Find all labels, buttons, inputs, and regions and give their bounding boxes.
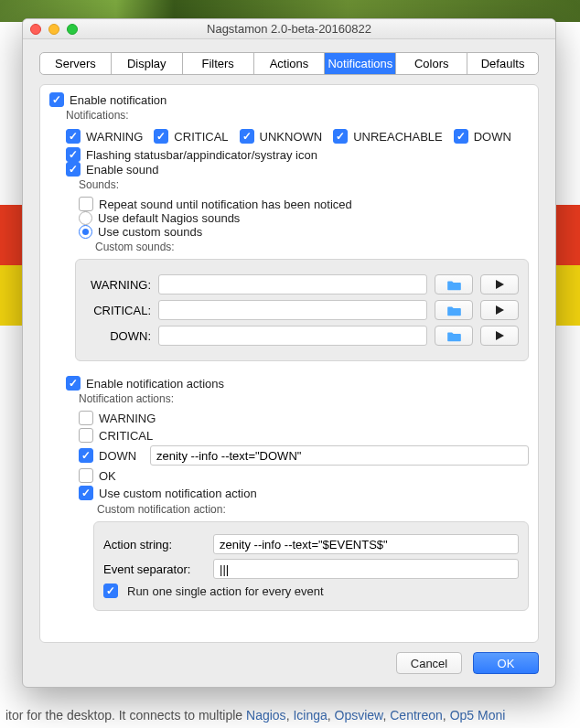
notifications-sublabel: Notifications: (66, 109, 529, 122)
custom-sounds-radio[interactable] (79, 225, 92, 239)
sound-down-play-button[interactable] (480, 326, 519, 346)
sound-critical-browse-button[interactable] (435, 300, 473, 320)
preferences-window: Nagstamon 2.0-beta-20160822 Servers Disp… (22, 18, 556, 688)
background-description: itor for the desktop. It connects to mul… (0, 708, 580, 723)
tab-servers[interactable]: Servers (40, 53, 112, 74)
play-icon (496, 305, 504, 315)
folder-icon (446, 330, 462, 342)
folder-icon (446, 279, 462, 291)
action-down-command-input[interactable] (150, 445, 529, 466)
titlebar: Nagstamon 2.0-beta-20160822 (23, 19, 555, 39)
cancel-button[interactable]: Cancel (396, 652, 462, 674)
tab-colors[interactable]: Colors (396, 53, 467, 74)
minimize-icon[interactable] (48, 24, 59, 35)
action-down-checkbox[interactable] (79, 448, 93, 463)
tab-actions[interactable]: Actions (254, 53, 326, 74)
sound-warning-play-button[interactable] (480, 274, 519, 294)
sound-critical-play-button[interactable] (480, 300, 519, 320)
action-ok-checkbox[interactable] (79, 468, 93, 483)
sound-critical-input[interactable] (158, 300, 427, 320)
sound-down-input[interactable] (158, 326, 427, 346)
action-string-input[interactable] (213, 534, 519, 554)
flashing-checkbox[interactable] (66, 147, 81, 162)
event-separator-input[interactable] (213, 559, 519, 579)
tab-filters[interactable]: Filters (183, 53, 254, 74)
tab-notifications[interactable]: Notifications (325, 53, 396, 74)
play-icon (496, 280, 504, 289)
notifications-panel: Enable notification Notifications: WARNI… (39, 84, 539, 643)
notification-types: WARNING CRITICAL UNKNOWN UNREACHABLE DOW… (66, 129, 529, 144)
repeat-sound-checkbox[interactable] (79, 197, 93, 211)
action-warning-checkbox[interactable] (79, 411, 93, 425)
type-down-checkbox[interactable] (454, 129, 468, 144)
tab-defaults[interactable]: Defaults (467, 53, 538, 74)
folder-icon (446, 305, 462, 316)
action-critical-checkbox[interactable] (79, 428, 93, 443)
use-custom-action-checkbox[interactable] (79, 486, 93, 500)
zoom-icon[interactable] (67, 24, 78, 35)
play-icon (496, 331, 504, 340)
type-warning-checkbox[interactable] (66, 129, 81, 144)
enable-sound-checkbox[interactable] (66, 162, 81, 177)
sound-warning-input[interactable] (158, 274, 427, 294)
custom-action-box: Action string: Event separator: Run one … (93, 521, 529, 611)
type-unknown-checkbox[interactable] (240, 129, 254, 144)
ok-button[interactable]: OK (473, 652, 539, 674)
default-sounds-radio[interactable] (79, 211, 92, 225)
enable-notification-checkbox[interactable] (49, 92, 64, 107)
close-icon[interactable] (30, 24, 41, 35)
enable-actions-checkbox[interactable] (66, 376, 81, 391)
tab-display[interactable]: Display (112, 53, 183, 74)
type-unreachable-checkbox[interactable] (333, 129, 348, 144)
window-title: Nagstamon 2.0-beta-20160822 (23, 22, 555, 36)
dialog-footer: Cancel OK (23, 652, 555, 687)
sound-down-browse-button[interactable] (435, 326, 473, 346)
enable-notification-label: Enable notification (70, 93, 166, 107)
custom-sounds-box: WARNING: CRITICAL: DOWN: (75, 259, 529, 361)
type-critical-checkbox[interactable] (154, 129, 168, 144)
run-single-action-checkbox[interactable] (103, 583, 118, 598)
tab-bar: Servers Display Filters Actions Notifica… (39, 52, 539, 75)
sound-warning-browse-button[interactable] (435, 274, 473, 294)
